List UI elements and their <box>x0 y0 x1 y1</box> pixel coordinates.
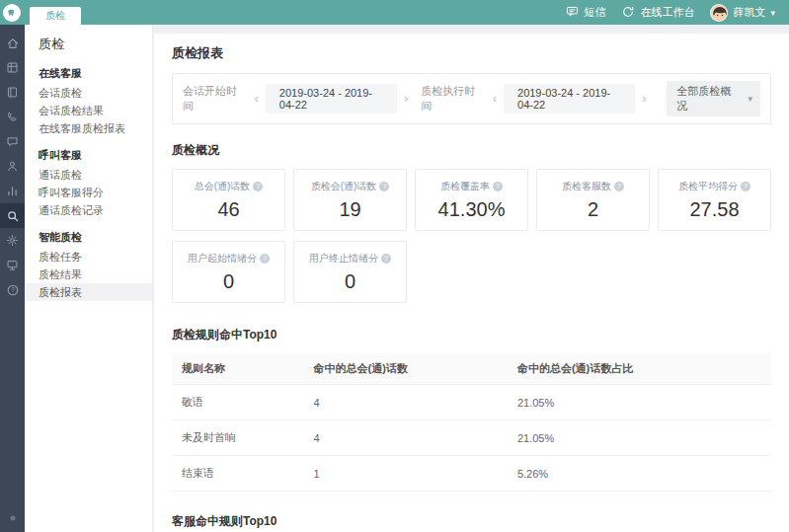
sidebar-menu: 质检 在线客服 会话质检 会话质检结果 在线客服质检报表 呼叫客服 通话质检 呼… <box>25 25 153 532</box>
sidebar-item-session-qc[interactable]: 会话质检 <box>25 84 152 102</box>
info-icon[interactable]: ? <box>381 254 391 264</box>
group-smart-qc: 智能质检 <box>25 219 152 248</box>
sidebar-item-qc-result[interactable]: 质检结果 <box>25 266 152 283</box>
stat-card-coverage: 质检覆盖率? 41.30% <box>415 169 528 231</box>
sidebar-item-call-agent-score[interactable]: 呼叫客服得分 <box>25 184 152 201</box>
bar-chart-icon[interactable] <box>0 179 25 203</box>
stat-card-agents: 质检客服数? 2 <box>536 169 650 231</box>
rule-name: 结束语 <box>172 456 304 492</box>
stat-card-avg-score: 质检平均得分? 27.58 <box>658 169 771 231</box>
home-icon[interactable] <box>0 31 25 55</box>
stat-label: 质检平均得分 <box>678 180 738 193</box>
hit-count: 4 <box>304 420 508 456</box>
exec-time-date-picker: ‹ 2019-03-24 - 2019-04-22 › <box>488 84 651 114</box>
grid-icon[interactable] <box>0 55 25 80</box>
sms-button[interactable]: 短信 <box>566 5 605 20</box>
stat-value: 0 <box>175 270 282 293</box>
agent-table-title: 客服命中规则Top10 <box>172 513 771 530</box>
monitor-icon[interactable] <box>0 253 25 277</box>
next-range-icon[interactable]: › <box>399 92 413 106</box>
next-range-icon[interactable]: › <box>637 92 651 106</box>
rule-hit-table: 规则名称 命中的总会(通)话数 命中的总会(通)话数占比 敬语 4 21.05%… <box>172 353 771 492</box>
exec-time-date-value[interactable]: 2019-03-24 - 2019-04-22 <box>504 84 635 114</box>
sms-label: 短信 <box>584 5 605 20</box>
user-caret-down-icon: ▾ <box>770 8 775 18</box>
rule-table-title: 质检规则命中Top10 <box>172 327 771 343</box>
workbench-label: 在线工作台 <box>640 5 694 20</box>
username: 薛凯文 <box>733 5 765 20</box>
info-icon[interactable]: ? <box>379 182 389 191</box>
info-icon[interactable]: ? <box>614 182 624 191</box>
rule-name: 未及时首响 <box>172 420 304 456</box>
session-start-date-picker: ‹ 2019-03-24 - 2019-04-22 › <box>250 84 413 114</box>
stat-card-start-emotion: 用户起始情绪分? 0 <box>172 241 285 303</box>
hit-count: 4 <box>304 385 508 420</box>
info-icon[interactable]: ? <box>260 254 270 264</box>
page-title: 质检报表 <box>172 44 771 62</box>
sidebar-item-qc-task[interactable]: 质检任务 <box>25 248 152 266</box>
rail-collapse-icon[interactable] <box>0 505 25 530</box>
icon-rail: ? <box>0 25 25 532</box>
table-row: 未及时首响 4 21.05% <box>172 420 771 456</box>
overview-section-label: 质检概况 <box>172 142 771 159</box>
online-workbench-button[interactable]: 在线工作台 <box>621 5 694 21</box>
overview-type-select[interactable]: 全部质检概况 ▾ <box>667 81 760 116</box>
stat-card-end-emotion: 用户终止情绪分? 0 <box>293 241 407 303</box>
phone-icon[interactable] <box>0 105 25 129</box>
rule-name: 敬语 <box>172 385 304 420</box>
sidebar-item-session-qc-result[interactable]: 会话质检结果 <box>25 102 152 119</box>
hit-count: 1 <box>304 456 508 492</box>
stat-value: 46 <box>175 198 282 221</box>
quality-inspection-search-icon[interactable] <box>0 203 25 228</box>
col-header: 规则名称 <box>172 353 304 385</box>
stat-value: 19 <box>296 198 404 221</box>
user-icon[interactable] <box>0 154 25 179</box>
chat-icon[interactable] <box>0 129 25 154</box>
stat-value: 0 <box>296 270 404 293</box>
hit-ratio: 21.05% <box>508 420 771 456</box>
stat-card-total-sessions: 总会(通)话数? 46 <box>172 169 285 231</box>
col-header: 命中的总会(通)话数 <box>304 353 508 385</box>
col-header: 命中的总会(通)话数占比 <box>508 353 771 385</box>
stat-value: 2 <box>539 198 647 221</box>
info-icon[interactable]: ? <box>253 182 263 191</box>
app-logo-tooth-icon[interactable] <box>3 4 21 22</box>
book-icon[interactable] <box>0 80 25 105</box>
stat-cards-row-2: 用户起始情绪分? 0 用户终止情绪分? 0 <box>172 241 771 303</box>
help-icon[interactable]: ? <box>0 277 25 302</box>
sidebar-item-call-qc[interactable]: 通话质检 <box>25 166 152 184</box>
stat-label: 质检覆盖率 <box>440 180 490 193</box>
session-start-date-value[interactable]: 2019-03-24 - 2019-04-22 <box>266 84 397 114</box>
stat-cards-row-1: 总会(通)话数? 46 质检会(通)话数? 19 质检覆盖率? 41.30% 质… <box>172 169 771 231</box>
sidebar-item-online-qc-report[interactable]: 在线客服质检报表 <box>25 119 152 137</box>
stat-label: 总会(通)话数 <box>195 180 251 193</box>
tab-quality-inspection[interactable]: 质检 <box>30 7 81 25</box>
stat-label: 质检会(通)话数 <box>311 180 377 193</box>
workbench-refresh-icon <box>621 5 635 21</box>
user-menu[interactable]: 薛凯文 ▾ <box>710 4 775 22</box>
table-row: 结束语 1 5.26% <box>172 456 771 492</box>
group-call-service: 呼叫客服 <box>25 137 152 166</box>
prev-range-icon[interactable]: ‹ <box>488 92 502 106</box>
info-icon[interactable]: ? <box>493 182 503 191</box>
gear-icon[interactable] <box>0 228 25 253</box>
filter-bar: 会话开始时间 ‹ 2019-03-24 - 2019-04-22 › 质检执行时… <box>172 73 771 124</box>
exec-time-label: 质检执行时间 <box>421 84 480 114</box>
sms-icon <box>566 5 579 20</box>
group-online-service: 在线客服 <box>25 55 152 84</box>
sidebar-title: 质检 <box>25 25 152 55</box>
info-icon[interactable]: ? <box>741 182 750 191</box>
hit-ratio: 5.26% <box>508 456 771 492</box>
content-panel: 质检报表 会话开始时间 ‹ 2019-03-24 - 2019-04-22 › … <box>154 34 789 532</box>
topbar: 质检 短信 在线工作台 薛凯文 ▾ <box>0 0 789 25</box>
user-avatar <box>710 4 728 22</box>
sidebar-item-qc-report[interactable]: 质检报表 <box>25 283 152 301</box>
prev-range-icon[interactable]: ‹ <box>250 92 264 106</box>
session-start-time-label: 会话开始时间 <box>183 84 242 114</box>
select-caret-down-icon: ▾ <box>748 94 752 104</box>
sidebar-item-call-qc-record[interactable]: 通话质检记录 <box>25 201 152 219</box>
content-area: 质检报表 会话开始时间 ‹ 2019-03-24 - 2019-04-22 › … <box>154 25 789 532</box>
stat-label: 用户终止情绪分 <box>309 252 378 266</box>
hit-ratio: 21.05% <box>508 385 771 420</box>
stat-label: 用户起始情绪分 <box>188 252 257 266</box>
